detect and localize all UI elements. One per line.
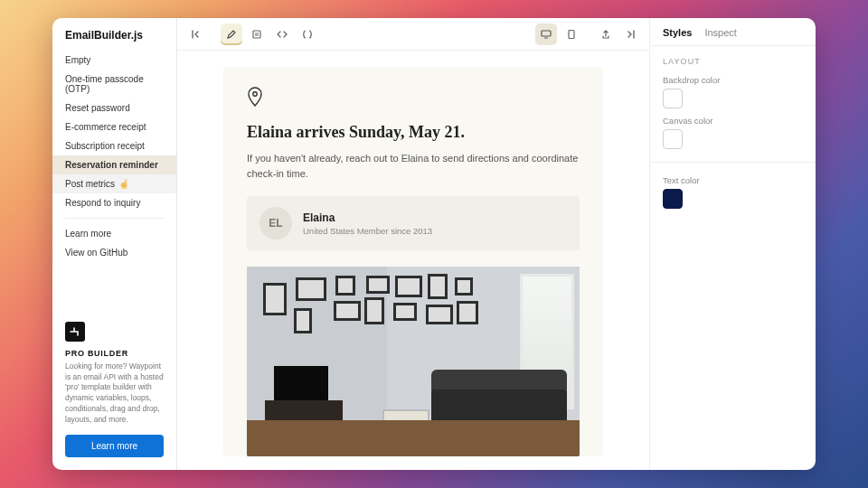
cursor-hand-icon: ☝: [118, 179, 129, 189]
svg-rect-0: [253, 31, 260, 38]
inspector-panel: Styles Inspect LAYOUT Backdrop color Can…: [649, 18, 816, 470]
sidebar-link-learn-more[interactable]: Learn more: [52, 224, 176, 243]
preview-icon: [251, 29, 262, 40]
json-code-icon: [301, 29, 314, 40]
email-preview: Elaina arrives Sunday, May 21. If you ha…: [223, 67, 603, 456]
expand-panel-icon: [626, 29, 637, 40]
mode-preview-button[interactable]: [246, 23, 268, 45]
canvas[interactable]: Elaina arrives Sunday, May 21. If you ha…: [177, 51, 649, 470]
app-shell: EmailBuilder.js Empty One-time passcode …: [52, 18, 816, 470]
mobile-icon: [567, 29, 576, 40]
tab-inspect[interactable]: Inspect: [704, 27, 736, 38]
guest-card: EL Elaina United States Member since 201…: [247, 196, 580, 250]
email-body: If you haven't already, reach out to Ela…: [247, 151, 580, 182]
collapse-panel-icon: [190, 29, 201, 40]
brand-title: EmailBuilder.js: [52, 18, 176, 51]
text-color-label: Text color: [663, 175, 803, 185]
backdrop-color-label: Backdrop color: [663, 75, 803, 85]
edit-icon: [226, 29, 237, 40]
mode-switcher: [221, 23, 318, 45]
divider: [650, 162, 816, 163]
sidebar-template-empty[interactable]: Empty: [52, 51, 176, 70]
sidebar-template-post-metrics[interactable]: Post metrics ☝: [52, 174, 176, 193]
main-column: Elaina arrives Sunday, May 21. If you ha…: [177, 18, 649, 470]
mode-json-button[interactable]: [297, 23, 318, 45]
sidebar-template-otp[interactable]: One-time passcode (OTP): [52, 70, 176, 99]
waypoint-logo-icon: [65, 322, 85, 342]
guest-name: Elaina: [303, 211, 432, 224]
sidebar-template-reservation-reminder[interactable]: Reservation reminder: [52, 155, 176, 174]
backdrop-color-swatch[interactable]: [663, 89, 683, 108]
pro-builder-promo: PRO BUILDER Looking for more? Waypoint i…: [52, 313, 176, 470]
html-code-icon: [276, 29, 288, 40]
divider: [65, 218, 164, 219]
device-desktop-button[interactable]: [535, 23, 557, 45]
share-icon: [600, 29, 611, 40]
toolbar: [177, 18, 649, 51]
desktop-icon: [540, 29, 552, 40]
email-headline: Elaina arrives Sunday, May 21.: [247, 123, 580, 142]
sidebar: EmailBuilder.js Empty One-time passcode …: [52, 18, 177, 470]
inspector-body: LAYOUT Backdrop color Canvas color Text …: [650, 46, 816, 220]
text-color-swatch[interactable]: [663, 189, 683, 209]
guest-meta: United States Member since 2013: [303, 226, 432, 236]
sidebar-template-reset-password[interactable]: Reset password: [52, 99, 176, 117]
expand-inspector-button[interactable]: [620, 23, 642, 45]
canvas-color-label: Canvas color: [663, 116, 803, 126]
collapse-sidebar-button[interactable]: [184, 23, 206, 45]
svg-rect-1: [542, 31, 551, 36]
inspector-tabs: Styles Inspect: [650, 18, 816, 46]
tab-styles[interactable]: Styles: [663, 27, 692, 38]
device-mobile-button[interactable]: [561, 23, 582, 45]
sidebar-template-subscription-receipt[interactable]: Subscription receipt: [52, 136, 176, 155]
listing-photo: [247, 267, 580, 456]
sidebar-link-github[interactable]: View on GitHub: [52, 243, 176, 262]
svg-rect-2: [569, 30, 574, 38]
mode-edit-button[interactable]: [221, 23, 242, 45]
device-switcher: [535, 23, 582, 45]
map-pin-icon: [247, 87, 580, 107]
template-list: Empty One-time passcode (OTP) Reset pass…: [52, 51, 176, 212]
pro-learn-more-button[interactable]: Learn more: [65, 435, 164, 457]
sidebar-template-ecommerce-receipt[interactable]: E-commerce receipt: [52, 117, 176, 136]
canvas-color-swatch[interactable]: [663, 129, 683, 149]
pro-copy: Looking for more? Waypoint is an email A…: [65, 361, 164, 426]
mode-html-button[interactable]: [271, 23, 293, 45]
share-button[interactable]: [595, 23, 617, 45]
pro-title: PRO BUILDER: [65, 349, 164, 358]
sidebar-links: Learn more View on GitHub: [52, 224, 176, 262]
sidebar-template-respond-inquiry[interactable]: Respond to inquiry: [52, 193, 176, 212]
svg-point-3: [253, 92, 257, 96]
guest-avatar: EL: [259, 207, 292, 239]
section-layout-label: LAYOUT: [663, 57, 803, 66]
